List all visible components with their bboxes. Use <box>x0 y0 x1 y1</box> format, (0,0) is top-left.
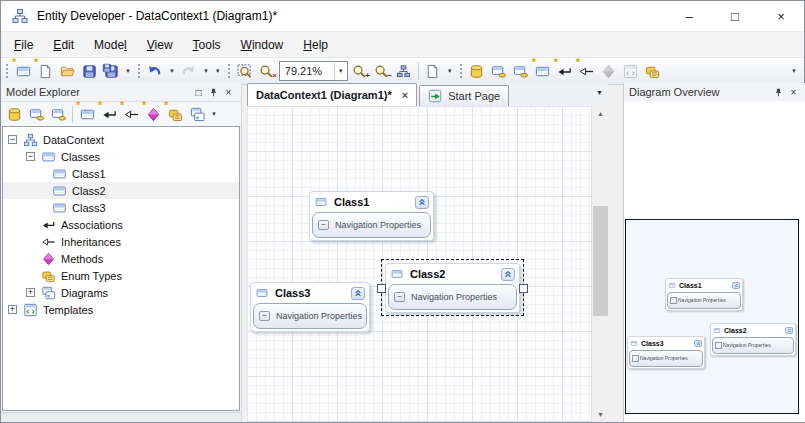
scroll-up-icon[interactable]: ▲ <box>592 106 609 121</box>
vertical-scrollbar[interactable]: ▲ ▼ <box>591 106 609 422</box>
page-setup-button[interactable] <box>422 61 444 81</box>
collapse-button[interactable] <box>501 268 515 281</box>
tree-item-enum-types[interactable]: Enum Types <box>3 267 239 284</box>
navigation-properties-section[interactable]: − Navigation Properties <box>388 284 517 310</box>
zoom-in-button[interactable]: + <box>349 61 371 81</box>
entity-class1[interactable]: Class1 − Navigation Properties <box>309 191 434 241</box>
tree-item-datacontext[interactable]: − DataContext <box>3 131 239 148</box>
update-from-database-button[interactable] <box>3 104 25 124</box>
minimize-button[interactable]: – <box>666 1 712 31</box>
zoom-combo-dropdown-icon[interactable]: ▼ <box>334 63 347 79</box>
toolbar-grip[interactable] <box>459 63 463 79</box>
diagram-canvas[interactable]: Class1 − Navigation Properties Class2 <box>247 106 591 422</box>
close-button[interactable]: × <box>758 1 804 31</box>
entity-class2[interactable]: Class2 − Navigation Properties <box>385 263 520 313</box>
menu-view[interactable]: View <box>137 34 183 56</box>
save-all-button[interactable] <box>100 61 122 81</box>
collapse-section-icon[interactable]: − <box>394 292 405 302</box>
panel-pin-button[interactable] <box>206 85 221 99</box>
tree-item-class2[interactable]: Class2 <box>3 182 239 199</box>
expander-icon[interactable]: − <box>26 152 35 161</box>
model-group-overflow-icon[interactable]: ▼ <box>788 61 800 81</box>
new-association-button[interactable]: * <box>98 104 120 124</box>
edit-group-overflow-icon[interactable]: ▼ <box>212 61 224 81</box>
expander-icon[interactable]: + <box>8 305 17 314</box>
new-inheritance-button[interactable]: * <box>120 104 142 124</box>
tree-item-diagrams[interactable]: + Diagrams <box>3 284 239 301</box>
panel-pin-button[interactable] <box>771 85 786 99</box>
menu-model[interactable]: Model <box>84 34 137 56</box>
update-database-from-model-button[interactable] <box>488 61 510 81</box>
navigation-properties-section[interactable]: − Navigation Properties <box>253 303 367 329</box>
scrollbar-thumb[interactable] <box>593 206 608 316</box>
tab-close-icon[interactable]: × <box>402 89 408 101</box>
overview-content[interactable]: Class1 Navigation Properties Class2 Navi… <box>624 101 805 422</box>
panel-close-button[interactable]: × <box>221 85 236 99</box>
new-model-button[interactable]: * <box>12 61 34 81</box>
menu-tools[interactable]: Tools <box>183 34 231 56</box>
menu-file[interactable]: File <box>4 34 43 56</box>
tree-item-inheritances[interactable]: Inheritances <box>3 233 239 250</box>
overview-viewport-rect[interactable] <box>625 219 799 414</box>
tree-item-associations[interactable]: Associations <box>3 216 239 233</box>
open-model-button[interactable] <box>56 61 78 81</box>
zoom-level-combo[interactable]: 79.21% ▼ <box>279 61 348 81</box>
toolbar-grip[interactable] <box>5 63 9 79</box>
entity-class3[interactable]: Class3 − Navigation Properties <box>250 282 370 332</box>
save-button[interactable] <box>78 61 100 81</box>
template-icon <box>22 303 38 317</box>
section-label: Navigation Properties <box>678 298 726 304</box>
new-class-button[interactable]: * <box>532 61 554 81</box>
zoom-group-dropdown-icon[interactable]: ▼ <box>444 61 456 81</box>
redo-dropdown-icon[interactable]: ▼ <box>200 61 212 81</box>
zoom-out-button[interactable]: − <box>371 61 393 81</box>
diagrams-button[interactable] <box>186 104 208 124</box>
file-group-dropdown-icon[interactable]: ▼ <box>122 61 134 81</box>
expander-icon[interactable]: + <box>26 288 35 297</box>
tree-item-templates[interactable]: + Templates <box>3 301 239 318</box>
entity-class2-selection[interactable]: Class2 − Navigation Properties <box>381 259 524 316</box>
collapse-button[interactable] <box>415 196 429 209</box>
maximize-button[interactable]: □ <box>712 1 758 31</box>
update-from-database-button[interactable] <box>466 61 488 81</box>
auto-layout-button[interactable] <box>393 61 415 81</box>
tab-start-page[interactable]: Start Page <box>419 85 509 106</box>
toolbar-grip[interactable] <box>227 63 231 79</box>
tree-item-class3[interactable]: Class3 <box>3 199 239 216</box>
zoom-cancel-button[interactable]: × <box>256 61 278 81</box>
undo-dropdown-icon[interactable]: ▼ <box>166 61 178 81</box>
navigation-properties-section[interactable]: − Navigation Properties <box>312 212 431 238</box>
menu-window[interactable]: Window <box>231 34 294 56</box>
collapse-section-icon[interactable]: − <box>318 220 329 230</box>
new-enum-type-button[interactable]: * <box>164 104 186 124</box>
tree-item-class1[interactable]: Class1 <box>3 165 239 182</box>
panel-close-button[interactable]: × <box>786 85 801 99</box>
generate-database-script-button[interactable] <box>47 104 69 124</box>
new-model-from-database-button[interactable]: * <box>34 61 56 81</box>
collapse-button[interactable] <box>351 287 365 300</box>
new-inheritance-button[interactable]: * <box>576 61 598 81</box>
resize-handle-right[interactable] <box>519 284 528 293</box>
menu-edit[interactable]: Edit <box>43 34 84 56</box>
menu-help[interactable]: Help <box>293 34 338 56</box>
scroll-down-icon[interactable]: ▼ <box>592 407 609 422</box>
generate-database-script-button[interactable] <box>510 61 532 81</box>
expander-icon[interactable]: − <box>8 135 17 144</box>
resize-handle-left[interactable] <box>377 284 386 293</box>
panel-maximize-button[interactable]: □ <box>191 85 206 99</box>
entity-name: Class2 <box>410 268 501 280</box>
tab-datacontext1-diagram1[interactable]: DataContext1 (Diagram1)* × <box>247 83 417 106</box>
tree-item-classes[interactable]: − Classes <box>3 148 239 165</box>
tab-list-dropdown-icon[interactable]: ▼ <box>596 89 603 96</box>
new-enum-type-button[interactable] <box>642 61 664 81</box>
undo-button[interactable] <box>144 61 166 81</box>
new-class-button[interactable]: * <box>76 104 98 124</box>
tree-item-methods[interactable]: Methods <box>3 250 239 267</box>
new-association-button[interactable]: * <box>554 61 576 81</box>
update-database-from-model-button[interactable] <box>25 104 47 124</box>
new-method-button[interactable]: * <box>142 104 164 124</box>
explorer-toolbar-dropdown-icon[interactable]: ▼ <box>208 104 220 124</box>
zoom-region-button[interactable] <box>234 61 256 81</box>
toolbar-grip[interactable] <box>137 63 141 79</box>
collapse-section-icon[interactable]: − <box>259 311 270 321</box>
